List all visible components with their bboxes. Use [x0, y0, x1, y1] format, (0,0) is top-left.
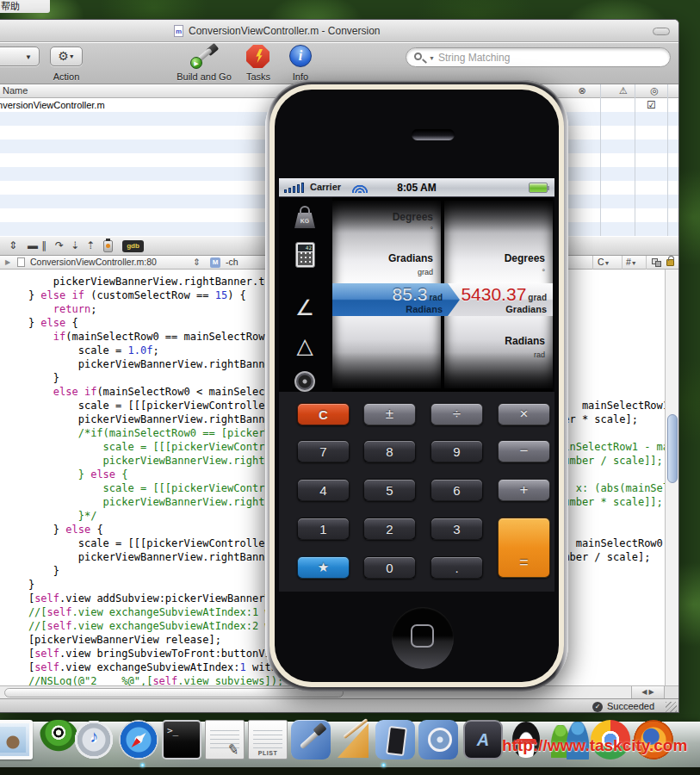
safari-dock-icon[interactable]: [119, 720, 158, 760]
title-bar[interactable]: m ConversionViewController.m - Conversio…: [0, 20, 678, 42]
target-checkbox[interactable]: ☑: [647, 99, 656, 111]
overview-dropdown[interactable]: ▼: [0, 46, 40, 66]
go-play-icon: ▶: [190, 57, 202, 69]
plus-key[interactable]: +: [498, 479, 550, 501]
restart-icon[interactable]: ↷: [55, 239, 64, 251]
decimal-key[interactable]: .: [431, 556, 483, 579]
digit-6-key[interactable]: 6: [431, 479, 483, 501]
spray-can-icon[interactable]: [103, 240, 113, 252]
search-field[interactable]: ▼ String Matching: [406, 47, 671, 67]
clear-key[interactable]: C: [297, 403, 350, 425]
target-value: 5430.37: [461, 284, 526, 305]
weight-category-icon[interactable]: KG: [294, 213, 315, 228]
file-row-label[interactable]: ConversionViewController.m: [0, 100, 105, 110]
breakpoint-icon[interactable]: ▬: [28, 239, 38, 251]
divide-key[interactable]: ÷: [431, 403, 483, 425]
favorites-key[interactable]: ★: [297, 556, 350, 579]
vertical-scrollbar[interactable]: [665, 270, 679, 685]
toolbar: ▼ ⚙▼ Action ▶ Build and Go Tasks i Info …: [0, 43, 678, 84]
selected-target-banner: 5430.37grad Gradians: [444, 283, 553, 316]
method-popup[interactable]: -ch: [226, 257, 238, 267]
target-unit: grad: [528, 293, 547, 302]
plist-editor-dock-icon[interactable]: PLIST: [248, 720, 288, 760]
terminal-dock-icon[interactable]: >_: [162, 720, 201, 760]
digit-0-key[interactable]: 0: [363, 556, 416, 579]
watermark-text: http://www.taskcity.com: [502, 736, 687, 755]
objc-file-icon: m: [174, 25, 183, 37]
digit-8-key[interactable]: 8: [363, 440, 416, 462]
selected-source-banner: 85.3rad Radians: [332, 283, 460, 316]
category-sidebar: KG 42 ∠ △: [279, 197, 331, 392]
mail-dock-icon[interactable]: [0, 720, 33, 760]
target-column-icon[interactable]: ◎: [646, 85, 663, 96]
instruments-dock-icon[interactable]: [418, 720, 458, 760]
success-check-icon: ✓: [592, 702, 603, 712]
gear-icon: ⚙: [58, 49, 69, 63]
gdb-badge[interactable]: gdb: [122, 240, 144, 252]
action-button[interactable]: ⚙▼: [50, 46, 83, 66]
interface-builder-dock-icon[interactable]: [336, 720, 370, 760]
name-column-header[interactable]: Name: [3, 85, 28, 96]
lock-icon[interactable]: [666, 259, 674, 266]
resize-grip[interactable]: [666, 702, 677, 713]
iphone-status-bar: Carrier 8:05 AM: [279, 178, 554, 197]
search-icon: [414, 53, 422, 60]
digit-7-key[interactable]: 7: [297, 440, 350, 462]
target-unit-name: Gradians: [505, 304, 547, 314]
build-and-go-button[interactable]: ▶: [188, 44, 219, 70]
disclosure-icon[interactable]: ▶: [5, 258, 10, 266]
vertical-scroll-thumb[interactable]: [667, 414, 678, 483]
angle-category-icon[interactable]: ∠: [279, 297, 331, 319]
step-out-icon[interactable]: ⇡: [86, 239, 95, 251]
horizontal-scroll-thumb[interactable]: [4, 688, 344, 698]
toolbar-toggle-button[interactable]: [653, 28, 670, 35]
iphone-device: Carrier 8:05 AM KG 42 ∠ △ Degrees: [265, 80, 568, 691]
build-status-text: Succeeded: [607, 701, 654, 711]
chevron-down-icon: ▼: [631, 260, 637, 266]
running-app-indicator: [140, 763, 145, 767]
source-unit-name: Radians: [406, 304, 443, 314]
battery-icon: [529, 183, 548, 193]
build-and-go-label: Build and Go: [165, 71, 243, 82]
menubar-help-item[interactable]: 帮助: [0, 0, 50, 13]
equals-key[interactable]: =: [498, 518, 550, 578]
chevron-down-icon: ▼: [25, 53, 32, 61]
warnings-column-icon[interactable]: ⚠: [615, 85, 632, 96]
help-menu-label: 帮助: [1, 1, 20, 11]
digit-2-key[interactable]: 2: [363, 518, 416, 540]
digit-3-key[interactable]: 3: [431, 518, 483, 540]
tasks-button[interactable]: [246, 45, 269, 68]
digit-4-key[interactable]: 4: [297, 479, 350, 501]
triangle-category-icon[interactable]: △: [279, 335, 331, 356]
minus-key[interactable]: −: [498, 440, 550, 462]
file-function-popup[interactable]: ConversionViewController.m:80: [30, 257, 157, 267]
chevron-down-icon: ▼: [429, 55, 435, 61]
itunes-dock-icon[interactable]: ♪: [74, 720, 114, 760]
clock-label: 8:05 AM: [279, 182, 554, 194]
step-over-icon[interactable]: ⇣: [71, 239, 79, 251]
action-label: Action: [48, 71, 84, 82]
pause-icon[interactable]: ∥: [41, 239, 46, 251]
home-button[interactable]: [392, 607, 454, 669]
info-button[interactable]: i: [289, 45, 312, 67]
green-creature-dock-icon[interactable]: [39, 720, 78, 760]
digit-5-key[interactable]: 5: [363, 479, 416, 501]
iphone-simulator-dock-icon[interactable]: [375, 720, 415, 760]
digit-1-key[interactable]: 1: [297, 518, 350, 540]
plus-minus-key[interactable]: ±: [363, 403, 416, 425]
window-title: ConversionViewController.m - Conversion: [189, 25, 381, 37]
scroll-arrow-buttons[interactable]: ◀ ▶: [631, 686, 664, 699]
multiply-key[interactable]: ×: [498, 403, 550, 425]
textedit-dock-icon[interactable]: ✎: [205, 720, 245, 760]
modified-badge: M: [210, 257, 220, 268]
class-popup[interactable]: C▼: [598, 257, 610, 267]
sdk-appstore-dock-icon[interactable]: A: [463, 720, 503, 760]
bookmarks-popup[interactable]: #▼: [626, 257, 637, 267]
xcode-dock-icon[interactable]: [291, 720, 331, 760]
stepper-icon[interactable]: ⇕: [9, 239, 17, 251]
errors-column-icon[interactable]: ⊗: [573, 85, 591, 96]
calculator-category-icon[interactable]: 42: [295, 242, 315, 268]
line-stepper[interactable]: ⇕: [193, 257, 201, 267]
digit-9-key[interactable]: 9: [431, 440, 483, 462]
source-value: 85.3: [393, 284, 428, 305]
